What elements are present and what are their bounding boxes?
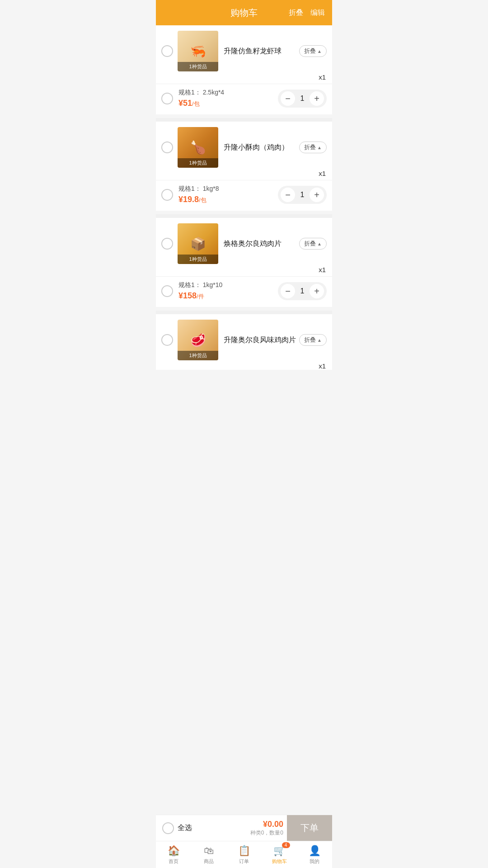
nav-label-order: 订单 [239, 858, 249, 865]
bottom-nav: 🏠 首页 🛍 商品 📋 订单 🛒 4 购物车 👤 我的 [156, 841, 332, 868]
spec-label-2: 规格1： 1kg*8 [178, 185, 278, 193]
divider-3 [156, 311, 332, 314]
group-header-1: 🦐 1种货品 升隆仿鱼籽龙虾球 折叠 ▲ [156, 25, 332, 71]
count-label-2: x1 [319, 170, 326, 177]
product-list: 🦐 1种货品 升隆仿鱼籽龙虾球 折叠 ▲ x1 规格1： 2.5kg*4 ¥51… [156, 25, 332, 431]
qty-increase-2[interactable]: + [310, 188, 324, 202]
spec-info-1: 规格1： 2.5kg*4 ¥51/包 [178, 89, 278, 108]
spec-checkbox-2[interactable] [161, 189, 173, 201]
fold-arrow-1: ▲ [317, 49, 322, 54]
group-header-4: 🥩 1种货品 升隆奥尔良风味鸡肉片 折叠 ▲ [156, 314, 332, 360]
product-name-4: 升隆奥尔良风味鸡肉片 [224, 335, 299, 345]
fold-arrow-2: ▲ [317, 145, 322, 150]
qty-value-1: 1 [295, 94, 310, 103]
quantity-ctrl-3: − 1 + [278, 282, 327, 300]
spec-price-3: ¥158/件 [178, 291, 278, 301]
quantity-ctrl-2: − 1 + [278, 186, 327, 204]
group-header-2: 🍗 1种货品 升隆小酥肉（鸡肉） 折叠 ▲ [156, 122, 332, 168]
fold-label-3: 折叠 [304, 240, 316, 248]
spec-price-2: ¥19.8/包 [178, 195, 278, 204]
group-header-3: 📦 1种货品 焕格奥尔良鸡肉片 折叠 ▲ [156, 218, 332, 264]
spec-row-1: 规格1： 2.5kg*4 ¥51/包 − 1 + [156, 84, 332, 114]
home-icon: 🏠 [168, 845, 180, 857]
page-title: 购物车 [230, 7, 258, 19]
total-sub: 种类0，数量0 [250, 829, 283, 837]
nav-item-order[interactable]: 📋 订单 [226, 845, 262, 865]
spec-checkbox-1[interactable] [161, 93, 173, 104]
spec-label-1: 规格1： 2.5kg*4 [178, 89, 278, 97]
select-all-checkbox[interactable] [162, 822, 174, 834]
total-area: ¥0.00 种类0，数量0 [250, 820, 287, 837]
product-name-3: 焕格奥尔良鸡肉片 [224, 239, 299, 249]
fold-button-3[interactable]: 折叠 ▲ [299, 238, 327, 250]
fold-button-2[interactable]: 折叠 ▲ [299, 142, 327, 153]
cart-badge-wrap: 🛒 4 [273, 845, 286, 857]
product-badge-2: 1种货品 [178, 158, 218, 168]
nav-item-goods[interactable]: 🛍 商品 [191, 845, 226, 865]
product-checkbox-4[interactable] [161, 334, 173, 346]
order-icon: 📋 [238, 845, 250, 857]
product-checkbox-1[interactable] [161, 45, 173, 57]
cart-badge: 4 [282, 842, 290, 848]
fold-arrow-4: ▲ [317, 338, 322, 343]
product-name-2: 升隆小酥肉（鸡肉） [224, 142, 299, 152]
fold-arrow-3: ▲ [317, 241, 322, 246]
bottom-bar: 全选 ¥0.00 种类0，数量0 下单 [156, 815, 332, 841]
spec-info-2: 规格1： 1kg*8 ¥19.8/包 [178, 185, 278, 204]
divider-2 [156, 214, 332, 218]
product-checkbox-2[interactable] [161, 142, 173, 153]
nav-label-home: 首页 [169, 858, 178, 865]
mine-icon: 👤 [309, 845, 321, 857]
fold-button[interactable]: 折叠 [289, 8, 303, 18]
product-group-2: 🍗 1种货品 升隆小酥肉（鸡肉） 折叠 ▲ x1 规格1： 1kg*8 ¥19.… [156, 122, 332, 211]
nav-label-cart: 购物车 [272, 858, 287, 865]
product-image-4: 🥩 1种货品 [178, 320, 218, 360]
product-group-3: 📦 1种货品 焕格奥尔良鸡肉片 折叠 ▲ x1 规格1： 1kg*10 ¥158… [156, 218, 332, 307]
spec-checkbox-3[interactable] [161, 285, 173, 297]
spec-row-2: 规格1： 1kg*8 ¥19.8/包 − 1 + [156, 180, 332, 211]
select-all-area: 全选 [156, 822, 250, 834]
header: 购物车 折叠 编辑 [156, 0, 332, 25]
edit-button[interactable]: 编辑 [310, 8, 325, 18]
fold-button-1[interactable]: 折叠 ▲ [299, 45, 327, 57]
product-image-3: 📦 1种货品 [178, 223, 218, 264]
product-badge-1: 1种货品 [178, 62, 218, 71]
group-count-2: x1 [156, 168, 332, 177]
product-badge-3: 1种货品 [178, 255, 218, 264]
qty-increase-1[interactable]: + [310, 91, 324, 106]
quantity-ctrl-1: − 1 + [278, 90, 327, 108]
product-image-1: 🦐 1种货品 [178, 31, 218, 71]
spec-info-3: 规格1： 1kg*10 ¥158/件 [178, 281, 278, 301]
qty-decrease-1[interactable]: − [281, 91, 295, 106]
qty-increase-3[interactable]: + [310, 284, 324, 298]
qty-value-2: 1 [295, 191, 310, 199]
fold-button-4[interactable]: 折叠 ▲ [299, 334, 327, 346]
spec-row-3: 规格1： 1kg*10 ¥158/件 − 1 + [156, 276, 332, 307]
qty-decrease-2[interactable]: − [281, 188, 295, 202]
goods-icon: 🛍 [204, 845, 214, 857]
nav-label-goods: 商品 [204, 858, 214, 865]
count-label-4: x1 [319, 362, 326, 370]
nav-item-mine[interactable]: 👤 我的 [297, 845, 332, 865]
spec-price-1: ¥51/包 [178, 99, 278, 108]
product-group-4: 🥩 1种货品 升隆奥尔良风味鸡肉片 折叠 ▲ x1 [156, 314, 332, 370]
fold-label-1: 折叠 [304, 47, 316, 55]
header-actions: 折叠 编辑 [289, 8, 325, 18]
nav-label-mine: 我的 [310, 858, 319, 865]
total-price: ¥0.00 [250, 820, 283, 829]
nav-item-cart[interactable]: 🛒 4 购物车 [262, 845, 297, 865]
spec-label-3: 规格1： 1kg*10 [178, 281, 278, 289]
nav-item-home[interactable]: 🏠 首页 [156, 845, 191, 865]
product-checkbox-3[interactable] [161, 238, 173, 250]
group-count-1: x1 [156, 71, 332, 81]
select-all-label: 全选 [178, 823, 192, 833]
order-button[interactable]: 下单 [287, 815, 332, 841]
qty-decrease-3[interactable]: − [281, 284, 295, 298]
group-count-3: x1 [156, 264, 332, 274]
group-count-4: x1 [156, 360, 332, 370]
fold-label-4: 折叠 [304, 336, 316, 344]
fold-label-2: 折叠 [304, 143, 316, 151]
product-name-1: 升隆仿鱼籽龙虾球 [224, 46, 299, 56]
product-group-1: 🦐 1种货品 升隆仿鱼籽龙虾球 折叠 ▲ x1 规格1： 2.5kg*4 ¥51… [156, 25, 332, 114]
product-image-2: 🍗 1种货品 [178, 127, 218, 168]
